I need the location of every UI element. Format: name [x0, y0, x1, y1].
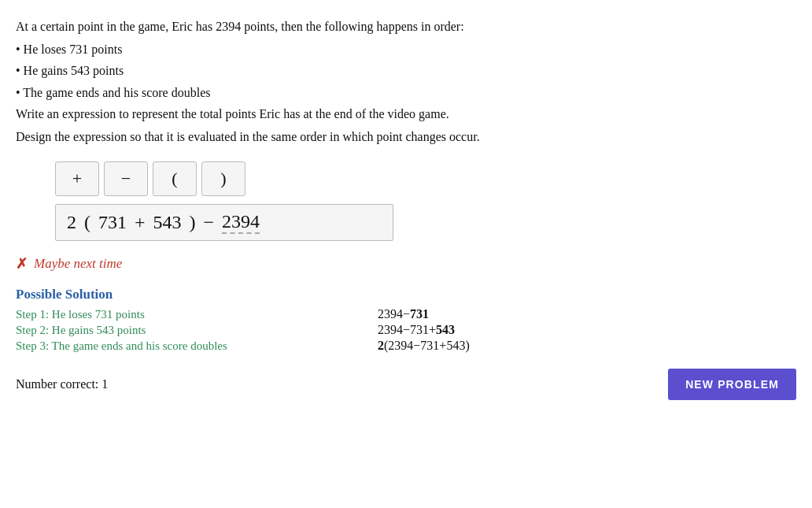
num-correct-label: Number correct: 1: [16, 377, 108, 391]
step-1-expr: 2394−731: [378, 307, 429, 321]
step-2-desc: Step 2: He gains 543 points: [16, 324, 378, 337]
expr-token-4: 543: [153, 212, 182, 233]
bullet-item-1: He loses 731 points: [16, 39, 796, 60]
solution-step-1: Step 1: He loses 731 points 2394−731: [16, 307, 796, 321]
expr-token-5: ): [190, 212, 196, 233]
step-3-expr: 2(2394−731+543): [378, 339, 470, 353]
bullet-list: He loses 731 points He gains 543 points …: [16, 39, 796, 103]
expr-token-2: 731: [98, 212, 127, 233]
bullet-item-3: The game ends and his score doubles: [16, 82, 796, 103]
problem-text: At a certain point in the game, Eric has…: [16, 16, 796, 147]
operator-row: + − ( ): [55, 161, 796, 196]
step-1-desc: Step 1: He loses 731 points: [16, 308, 378, 321]
expression-area: 2 ( 731 + 543 ) − 2394: [55, 204, 393, 241]
bullet-item-2: He gains 543 points: [16, 60, 796, 81]
solution-steps: Step 1: He loses 731 points 2394−731 Ste…: [16, 307, 796, 353]
instruction-2: Design the expression so that it is eval…: [16, 126, 796, 147]
new-problem-button[interactable]: NEW PROBLEM: [668, 369, 796, 400]
minus-button[interactable]: −: [104, 161, 148, 196]
feedback-text: Maybe next time: [34, 256, 122, 272]
open-paren-button[interactable]: (: [153, 161, 197, 196]
instruction-1: Write an expression to represent the tot…: [16, 103, 796, 124]
step-2-expr: 2394−731+543: [378, 323, 455, 337]
plus-button[interactable]: +: [55, 161, 99, 196]
close-paren-button[interactable]: ): [201, 161, 245, 196]
solution-section: Possible Solution Step 1: He loses 731 p…: [16, 287, 796, 353]
problem-intro: At a certain point in the game, Eric has…: [16, 16, 796, 37]
expr-token-1: (: [84, 212, 90, 233]
expr-token-7: 2394: [222, 211, 260, 234]
solution-step-2: Step 2: He gains 543 points 2394−731+543: [16, 323, 796, 337]
solution-title: Possible Solution: [16, 287, 796, 302]
step-3-desc: Step 3: The game ends and his score doub…: [16, 339, 378, 353]
solution-step-3: Step 3: The game ends and his score doub…: [16, 339, 796, 353]
x-icon: ✗: [16, 255, 28, 273]
expr-token-6: −: [204, 212, 215, 233]
feedback-row: ✗ Maybe next time: [16, 255, 796, 273]
expr-token-3: +: [135, 212, 146, 233]
expr-token-0: 2: [67, 212, 76, 233]
bottom-row: Number correct: 1 NEW PROBLEM: [16, 369, 796, 400]
